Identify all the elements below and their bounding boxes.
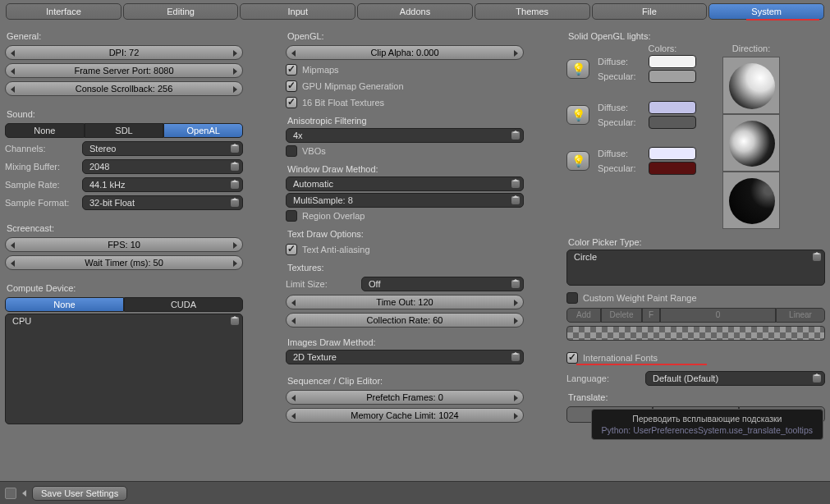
tab-addons[interactable]: Addons — [357, 3, 473, 20]
bulb-icon: 💡 — [571, 154, 585, 167]
light-1-toggle[interactable]: 💡 — [566, 59, 589, 79]
custom-weight-paint-checkbox[interactable] — [566, 292, 578, 304]
tooltip-line2: Python: UserPreferencesSystem.use_transl… — [602, 425, 813, 435]
sound-openal[interactable]: OpenAL — [163, 123, 243, 138]
timeout-field[interactable]: Time Out: 120 — [286, 295, 524, 309]
light-3-direction[interactable] — [722, 172, 780, 229]
prefetch-frames-field[interactable]: Prefetch Frames: 0 — [286, 390, 524, 405]
light-2-diffuse-label: Diffuse: — [598, 103, 644, 112]
compute-device-select[interactable]: CPU — [5, 314, 243, 424]
console-scrollback-field[interactable]: Console Scrollback: 256 — [5, 81, 243, 96]
language-select[interactable]: Default (Default) — [645, 371, 825, 386]
colors-label: Colors: — [603, 44, 722, 53]
weight-f-button[interactable]: F — [642, 308, 660, 323]
frame-server-port-field[interactable]: Frame Server Port: 8080 — [5, 63, 243, 78]
text-aa-checkbox[interactable] — [286, 244, 297, 255]
light-1-diffuse-swatch[interactable] — [649, 55, 696, 68]
idm-select[interactable]: 2D Texture — [286, 350, 524, 364]
compute-none[interactable]: None — [5, 297, 124, 312]
sample-rate-select[interactable]: 44.1 kHz — [82, 177, 243, 192]
channels-label: Channels: — [5, 144, 77, 153]
memory-cache-field[interactable]: Memory Cache Limit: 1024 — [286, 408, 524, 423]
multisample-select[interactable]: MultiSample: 8 — [286, 193, 524, 208]
vbos-checkbox[interactable] — [286, 145, 297, 157]
translate-heading: Translate: — [568, 392, 825, 402]
general-heading: General: — [7, 31, 243, 41]
international-fonts-label: International Fonts — [583, 353, 658, 363]
weight-gradient[interactable] — [566, 326, 825, 341]
tdo-heading: Text Draw Options: — [287, 229, 524, 239]
collection-rate-field[interactable]: Collection Rate: 60 — [286, 313, 524, 328]
16bit-float-checkbox[interactable] — [286, 97, 297, 108]
wait-timer-field[interactable]: Wait Timer (ms): 50 — [5, 255, 243, 270]
custom-weight-paint-label: Custom Weight Paint Range — [583, 293, 697, 303]
gpu-mipmap-checkbox[interactable] — [286, 80, 297, 92]
aniso-select[interactable]: 4x — [286, 128, 524, 143]
wdm-select[interactable]: Automatic — [286, 176, 524, 191]
light-1-specular-swatch[interactable] — [649, 70, 696, 83]
region-overlap-label: Region Overlap — [302, 211, 365, 221]
screencast-heading: Screencast: — [7, 223, 243, 233]
sample-format-select[interactable]: 32-bit Float — [82, 195, 243, 210]
region-overlap-checkbox[interactable] — [286, 210, 297, 222]
tooltip-line1: Переводить всплывающие подсказки — [602, 414, 813, 424]
dpi-field[interactable]: DPI: 72 — [5, 45, 243, 60]
tooltip: Переводить всплывающие подсказки Python:… — [591, 409, 823, 440]
wdm-heading: Window Draw Method: — [287, 164, 524, 174]
aniso-heading: Anisotropic Filtering — [287, 116, 524, 126]
light-3-specular-swatch[interactable] — [649, 162, 696, 175]
compute-cuda[interactable]: CUDA — [124, 297, 243, 312]
editor-type-icon[interactable] — [5, 488, 16, 499]
tab-input[interactable]: Input — [240, 3, 355, 20]
mipmaps-label: Mipmaps — [302, 65, 339, 75]
light-2-diffuse-swatch[interactable] — [649, 101, 696, 114]
channels-select[interactable]: Stereo — [82, 141, 243, 156]
lights-heading: Solid OpenGL lights: — [568, 31, 825, 41]
light-3-diffuse-swatch[interactable] — [649, 147, 696, 160]
language-label: Language: — [566, 373, 640, 383]
tab-interface[interactable]: Interface — [6, 3, 122, 20]
light-2-direction[interactable] — [722, 114, 780, 172]
idm-heading: Images Draw Method: — [287, 337, 524, 347]
bulb-icon: 💡 — [571, 108, 585, 121]
compute-device-heading: Compute Device: — [7, 283, 243, 293]
mipmaps-checkbox[interactable] — [286, 64, 297, 76]
limit-size-label: Limit Size: — [286, 279, 356, 289]
light-1-direction[interactable] — [722, 57, 780, 114]
weight-delete-button[interactable]: Delete — [601, 308, 642, 323]
light-1-specular-label: Specular: — [598, 71, 644, 81]
save-user-settings-button[interactable]: Save User Settings — [32, 486, 127, 501]
text-aa-label: Text Anti-aliasing — [302, 245, 370, 254]
vbos-label: VBOs — [302, 146, 326, 156]
16bit-float-label: 16 Bit Float Textures — [302, 98, 384, 108]
limit-size-select[interactable]: Off — [361, 277, 524, 291]
light-1-diffuse-label: Diffuse: — [598, 57, 644, 66]
collapse-icon[interactable] — [22, 490, 26, 497]
opengl-heading: OpenGL: — [287, 31, 524, 41]
textures-heading: Textures: — [287, 263, 524, 273]
tab-system[interactable]: System — [708, 3, 824, 20]
sound-none[interactable]: None — [5, 123, 85, 138]
weight-number-field[interactable]: 0 — [660, 308, 776, 323]
light-2-specular-label: Specular: — [598, 117, 644, 127]
gpu-mipmap-label: GPU Mipmap Generation — [302, 81, 404, 91]
light-2-toggle[interactable]: 💡 — [566, 105, 589, 125]
international-fonts-checkbox[interactable] — [566, 352, 578, 364]
tab-themes[interactable]: Themes — [475, 3, 590, 20]
sequencer-heading: Sequencer / Clip Editor: — [287, 376, 524, 386]
fps-field[interactable]: FPS: 10 — [5, 237, 243, 252]
sound-sdl[interactable]: SDL — [85, 123, 164, 138]
direction-label: Direction: — [722, 44, 780, 53]
weight-add-button[interactable]: Add — [566, 308, 601, 323]
clip-alpha-field[interactable]: Clip Alpha: 0.000 — [286, 45, 524, 60]
color-picker-select[interactable]: Circle — [566, 250, 825, 286]
weight-linear-select[interactable]: Linear — [776, 308, 825, 323]
mixing-buffer-label: Mixing Buffer: — [5, 162, 77, 172]
tab-file[interactable]: File — [592, 3, 708, 20]
light-3-toggle[interactable]: 💡 — [566, 151, 589, 171]
light-2-specular-swatch[interactable] — [649, 116, 696, 129]
sample-format-label: Sample Format: — [5, 198, 77, 208]
tab-editing[interactable]: Editing — [123, 3, 239, 20]
sample-rate-label: Sample Rate: — [5, 180, 77, 190]
mixing-buffer-select[interactable]: 2048 — [82, 159, 243, 174]
